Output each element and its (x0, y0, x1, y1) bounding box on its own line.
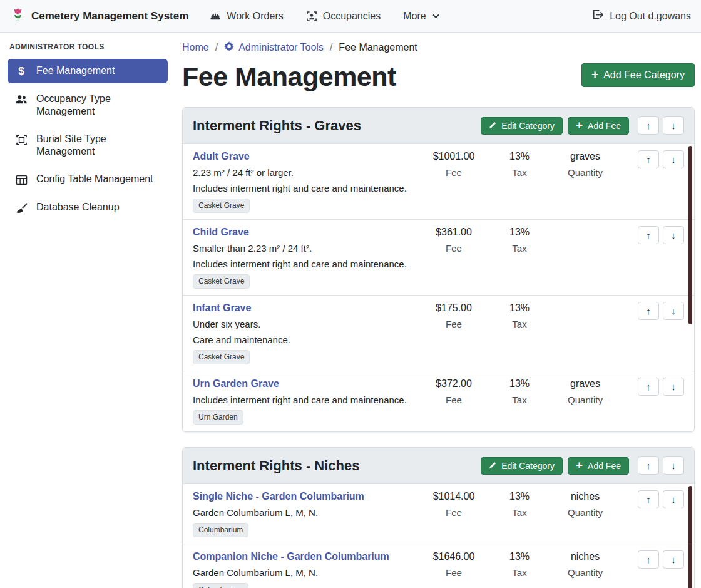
fee-row: Child Grave Smaller than 2.23 m² / 24 ft… (183, 220, 694, 296)
logout-button[interactable]: Log Out d.gowans (591, 9, 691, 23)
fee-amount: $1001.00 (416, 150, 491, 163)
scrollbar-thumb[interactable] (688, 486, 692, 588)
quantity-label: Quantity (548, 567, 623, 579)
nav-more-label: More (403, 11, 426, 22)
fee-type-badge: Columbarium (193, 523, 248, 537)
add-fee-category-button[interactable]: + Add Fee Category (581, 63, 695, 87)
breadcrumb-separator: / (330, 42, 332, 53)
arrow-down-icon: ↓ (671, 460, 676, 471)
nav-work-orders-label: Work Orders (227, 11, 283, 22)
tax-value: 13% (491, 490, 548, 503)
fee-description: Care and maintenance. (193, 334, 411, 346)
move-fee-up-button[interactable]: ↑ (638, 550, 659, 569)
fee-category-card-niches: Interment Rights - Niches Edit Category … (182, 447, 695, 588)
fee-type-badge: Casket Grave (193, 350, 250, 364)
move-fee-down-button[interactable]: ↓ (663, 302, 684, 320)
fee-label: Fee (416, 394, 491, 406)
scrollbar-thumb[interactable] (688, 146, 692, 324)
move-category-up-button[interactable]: ↑ (638, 116, 659, 135)
nav-more[interactable]: More (403, 11, 439, 22)
admin-sidebar: Administrator Tools $ Fee Management Occ… (0, 33, 175, 232)
move-fee-down-button[interactable]: ↓ (663, 226, 684, 244)
sidebar-item-config-table[interactable]: Config Table Management (8, 167, 168, 192)
fee-row: Infant Grave Under six years. Care and m… (183, 296, 694, 371)
fee-label: Fee (416, 507, 491, 518)
burial-plot-icon (15, 133, 28, 146)
move-fee-down-button[interactable]: ↓ (663, 150, 684, 168)
tax-label: Tax (491, 167, 548, 178)
fee-label: Fee (416, 567, 491, 579)
app-brand[interactable]: Cemetery Management System (10, 7, 188, 26)
fee-name-link[interactable]: Infant Grave (193, 302, 251, 314)
sidebar-item-burial-site-type[interactable]: Burial Site Type Management (8, 127, 168, 163)
arrow-down-icon: ↓ (671, 120, 676, 131)
fee-name-link[interactable]: Companion Niche - Garden Columbarium (193, 550, 389, 563)
top-navbar: Cemetery Management System Work Orders O… (0, 0, 701, 33)
fee-description: Under six years. (193, 318, 411, 330)
fee-name-link[interactable]: Child Grave (193, 226, 249, 239)
fee-name-link[interactable]: Urn Garden Grave (193, 378, 279, 390)
sidebar-item-label: Burial Site Type Management (36, 133, 160, 158)
move-category-down-button[interactable]: ↓ (663, 456, 684, 475)
arrow-up-icon: ↑ (646, 120, 651, 131)
fee-category-card-graves: Interment Rights - Graves Edit Category … (182, 107, 695, 432)
dollar-icon: $ (15, 65, 28, 78)
person-box-icon (306, 11, 317, 22)
fee-row: Urn Garden Grave Includes interment righ… (183, 371, 694, 431)
pencil-icon (489, 121, 496, 131)
move-category-down-button[interactable]: ↓ (663, 116, 684, 135)
breadcrumb-admin-tools-link[interactable]: Administrator Tools (224, 41, 324, 54)
move-fee-up-button[interactable]: ↑ (638, 226, 659, 244)
fee-name-link[interactable]: Single Niche - Garden Columbarium (193, 490, 364, 503)
sidebar-heading: Administrator Tools (9, 43, 168, 51)
fee-row: Single Niche - Garden Columbarium Garden… (183, 484, 694, 544)
quantity-label: Quantity (548, 507, 623, 518)
tax-label: Tax (491, 318, 548, 330)
page-title: Fee Management (182, 61, 396, 92)
edit-category-button[interactable]: Edit Category (481, 117, 563, 135)
category-fee-list: Single Niche - Garden Columbarium Garden… (183, 484, 694, 588)
logout-icon (591, 9, 603, 23)
fee-amount: $1014.00 (416, 490, 491, 503)
tax-value: 13% (491, 226, 548, 239)
sidebar-item-occupancy-type[interactable]: Occupancy Type Management (8, 87, 168, 123)
category-reorder-buttons: ↑ ↓ (638, 116, 684, 135)
move-category-up-button[interactable]: ↑ (638, 456, 659, 475)
pencil-icon (489, 461, 496, 471)
move-fee-down-button[interactable]: ↓ (663, 378, 684, 396)
arrow-up-icon: ↑ (646, 306, 651, 316)
move-fee-up-button[interactable]: ↑ (638, 150, 659, 168)
sidebar-item-label: Fee Management (36, 64, 115, 77)
fee-amount: $361.00 (416, 226, 491, 239)
move-fee-up-button[interactable]: ↑ (638, 490, 659, 508)
arrow-up-icon: ↑ (646, 381, 651, 392)
fee-label: Fee (416, 167, 491, 178)
quantity-unit: graves (548, 378, 623, 390)
breadcrumb-home-link[interactable]: Home (182, 42, 209, 53)
edit-category-button[interactable]: Edit Category (481, 457, 563, 475)
nav-work-orders[interactable]: Work Orders (210, 11, 283, 22)
sidebar-item-database-cleanup[interactable]: Database Cleanup (8, 195, 168, 220)
fee-name-link[interactable]: Adult Grave (193, 150, 250, 163)
arrow-down-icon: ↓ (671, 306, 676, 316)
move-fee-down-button[interactable]: ↓ (663, 490, 684, 508)
nav-occupancies[interactable]: Occupancies (306, 11, 381, 22)
main-content: Home / Administrator Tools / Fee Managem… (175, 33, 701, 588)
quantity-unit: niches (548, 550, 623, 563)
tax-label: Tax (491, 507, 548, 518)
fee-row: Companion Niche - Garden Columbarium Gar… (183, 544, 694, 588)
tax-label: Tax (491, 567, 548, 579)
add-fee-button[interactable]: + Add Fee (568, 457, 629, 475)
move-fee-up-button[interactable]: ↑ (638, 302, 659, 320)
move-fee-down-button[interactable]: ↓ (663, 550, 684, 569)
broom-icon (15, 202, 28, 214)
fee-type-badge: Columbarium (193, 583, 248, 588)
table-icon (15, 173, 28, 186)
arrow-down-icon: ↓ (671, 381, 676, 392)
people-icon (15, 93, 28, 106)
add-fee-button[interactable]: + Add Fee (568, 117, 629, 135)
fee-type-badge: Urn Garden (193, 410, 243, 425)
sidebar-item-fee-management[interactable]: $ Fee Management (8, 59, 168, 83)
move-fee-up-button[interactable]: ↑ (638, 378, 659, 396)
plus-icon: + (591, 70, 598, 79)
